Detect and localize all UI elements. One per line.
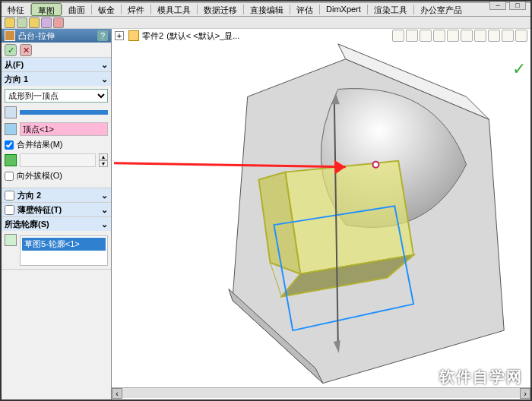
vertex-input[interactable]: 顶点<1> [20, 122, 108, 136]
vertex-icon [5, 123, 17, 135]
fm-tab-3-icon[interactable] [29, 17, 40, 28]
chevron-down-icon: ⌄ [101, 60, 108, 70]
titlebar-remnant: – □ [2, 2, 530, 3]
reverse-direction-icon[interactable] [5, 106, 17, 118]
contour-icon [5, 234, 17, 246]
direction1-section: 方向 1 ⌄ 成形到一顶点 顶点<1> 合并结果(M) [2, 72, 111, 188]
list-item[interactable]: 草图5-轮廓<1> [22, 238, 106, 251]
ok-button[interactable]: ✓ [5, 44, 17, 56]
chevron-down-icon: ⌄ [101, 219, 108, 229]
fm-tab-4-icon[interactable] [41, 17, 52, 28]
merge-results-checkbox[interactable] [5, 141, 14, 150]
from-header[interactable]: 从(F) ⌄ [2, 58, 111, 71]
draft-outward-label: 向外拔模(O) [17, 170, 62, 182]
svg-marker-3 [285, 161, 413, 274]
tab-mold[interactable]: 模具工具 [151, 3, 197, 16]
max-button[interactable]: □ [509, 1, 526, 10]
tab-datamig[interactable]: 数据迁移 [198, 3, 243, 16]
direction2-section: 方向 2 ⌄ [2, 188, 111, 203]
property-manager: 凸台-拉伸 ? ✓ ✕ 从(F) ⌄ 方向 1 ⌄ 成形到一顶点 [2, 29, 112, 401]
fm-tab-1-icon[interactable] [5, 17, 15, 28]
direction1-header[interactable]: 方向 1 ⌄ [2, 72, 111, 86]
contour-list[interactable]: 草图5-轮廓<1> [20, 235, 108, 266]
selected-contours-header[interactable]: 所选轮廓(S) ⌄ [2, 217, 111, 231]
chevron-down-icon: ⌄ [101, 205, 108, 215]
feature-manager-tabs [2, 17, 530, 29]
thin-feature-section: 薄壁特征(T) ⌄ [2, 203, 111, 217]
direction2-checkbox[interactable] [5, 191, 14, 200]
feature-title: 凸台-拉伸 [18, 30, 55, 42]
tab-sketch[interactable]: 草图 [31, 3, 62, 16]
scroll-left-button[interactable]: ‹ [112, 388, 122, 399]
chevron-down-icon: ⌄ [101, 191, 108, 200]
tab-directedit[interactable]: 直接编辑 [244, 3, 290, 16]
fm-tab-2-icon[interactable] [17, 17, 27, 28]
model-canvas[interactable] [112, 29, 530, 398]
min-button[interactable]: – [489, 1, 506, 10]
direction2-header[interactable]: 方向 2 ⌄ [2, 188, 111, 202]
help-button[interactable]: ? [97, 30, 108, 41]
tab-features[interactable]: 特征 [2, 3, 30, 16]
tab-sheetmetal[interactable]: 钣金 [92, 3, 121, 16]
draft-icon[interactable] [5, 154, 17, 166]
thin-feature-header[interactable]: 薄壁特征(T) ⌄ [2, 203, 111, 216]
extrude-icon [5, 30, 15, 41]
end-condition-select[interactable]: 成形到一顶点 [5, 89, 108, 103]
fm-tab-5-icon[interactable] [53, 17, 64, 28]
merge-results-label: 合并结果(M) [17, 139, 63, 150]
cancel-button[interactable]: ✕ [20, 44, 32, 56]
spinner-up-icon[interactable]: ▲ [99, 153, 108, 160]
scroll-right-button[interactable]: › [520, 388, 530, 399]
selected-contours-section: 所选轮廓(S) ⌄ 草图5-轮廓<1> [2, 217, 111, 270]
direction-color-indicator [20, 110, 108, 115]
selected-vertex-marker [372, 162, 378, 168]
thin-feature-checkbox[interactable] [5, 205, 14, 215]
chevron-down-icon: ⌄ [101, 74, 108, 84]
confirmation-corner-ok[interactable]: ✓ [512, 59, 526, 79]
feature-title-bar: 凸台-拉伸 ? [2, 29, 111, 43]
tab-evaluate[interactable]: 评估 [290, 3, 319, 16]
spinner-down-icon[interactable]: ▼ [99, 160, 108, 167]
tab-office[interactable]: 办公室产品 [414, 3, 468, 16]
tab-render[interactable]: 渲染工具 [368, 3, 413, 16]
confirm-row: ✓ ✕ [2, 43, 111, 58]
tab-dimxpert[interactable]: DimXpert [320, 3, 367, 16]
from-section: 从(F) ⌄ [2, 58, 111, 72]
tab-surface[interactable]: 曲面 [62, 3, 91, 16]
graphics-viewport[interactable]: + 零件2 (默认< <默认>_显... [112, 29, 530, 401]
draft-angle-input[interactable] [20, 153, 96, 167]
command-manager-tabs: 特征 草图 曲面 钣金 焊件 模具工具 数据迁移 直接编辑 评估 DimXper… [2, 3, 530, 17]
tab-weldment[interactable]: 焊件 [122, 3, 150, 16]
draft-outward-checkbox[interactable] [5, 172, 14, 181]
horizontal-scrollbar[interactable]: ‹ › [112, 387, 530, 398]
